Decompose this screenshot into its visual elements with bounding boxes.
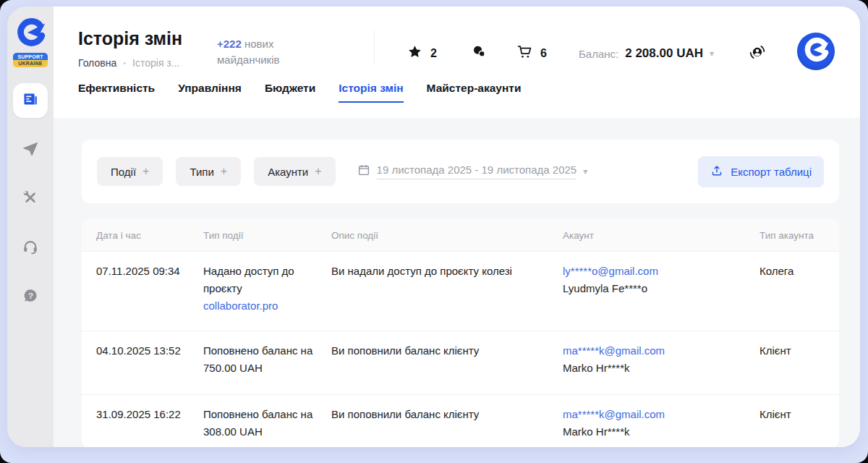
balance-dropdown[interactable]: Баланс: 2 208.00 UAH ▾	[579, 46, 714, 61]
topbar-divider	[374, 30, 375, 64]
col-header-account: Акаунт	[563, 218, 760, 251]
cell-datetime: 04.10.2025 13:52	[96, 331, 203, 394]
filter-chip-events[interactable]: Події +	[97, 157, 163, 186]
account-email-link[interactable]: ly*****o@gmail.com	[563, 265, 658, 277]
filter-chip-accounts[interactable]: Акаунти +	[254, 157, 335, 186]
upload-icon	[710, 164, 723, 179]
topbar: Історія змін Головна • Історія з... +222…	[54, 7, 860, 82]
c-arrow-logo-icon	[15, 17, 46, 51]
favorites-count: 2	[430, 47, 437, 60]
history-table: Дата і час Тип події Опис події Акаунт Т…	[82, 218, 839, 447]
breadcrumb-home[interactable]: Головна	[78, 57, 116, 69]
cart-count: 6	[540, 47, 547, 60]
sidebar-item-news[interactable]	[13, 83, 48, 118]
sidebar-item-tools[interactable]	[13, 182, 48, 216]
date-range-picker[interactable]: 19 листопада 2025 - 19 листопада 2025 ▾	[357, 163, 588, 179]
filter-chip-label: Типи	[190, 166, 213, 178]
table-row: 04.10.2025 13:52 Поповнено баланс на 750…	[82, 331, 839, 395]
promo-count: +222	[217, 38, 242, 50]
cell-event-type: Поповнено баланс на 750.00 UAH	[203, 331, 331, 394]
star-icon	[407, 44, 422, 62]
headset-icon	[22, 238, 39, 258]
plus-icon: +	[315, 165, 321, 178]
cell-event-type: Поповнено баланс на 308.00 UAH	[203, 395, 331, 447]
col-header-description: Опис події	[331, 218, 563, 251]
account-name: Lyudmyla Fe****o	[563, 282, 647, 294]
chevron-down-icon: ▾	[583, 166, 587, 177]
cell-datetime: 07.11.2025 09:34	[96, 252, 203, 331]
cell-event-type: Надано доступ до проєкту collaborator.pr…	[203, 252, 331, 331]
brand-logo[interactable]: SUPPORT UKRAINE	[13, 17, 48, 67]
account-switch-icon	[748, 51, 767, 64]
tab-efficiency[interactable]: Ефективність	[78, 82, 155, 101]
cell-account: ma*****k@gmail.com Marko Hr****k	[563, 395, 760, 447]
cell-account-type: Колега	[760, 252, 825, 331]
sidebar-item-support[interactable]	[13, 231, 48, 266]
account-email-link[interactable]: ma*****k@gmail.com	[563, 408, 665, 420]
messages-button[interactable]	[472, 44, 487, 62]
new-platforms-promo[interactable]: +222 нових майданчиків	[217, 36, 279, 68]
promo-text-1: нових	[242, 38, 274, 50]
balance-label: Баланс:	[579, 48, 618, 60]
support-ukraine-badge: SUPPORT UKRAINE	[13, 53, 48, 67]
c-arrow-logo-icon	[803, 37, 829, 66]
page-title: Історія змін	[78, 28, 182, 49]
cell-description: Ви надали доступ до проєкту колезі	[331, 252, 563, 331]
tab-budgets[interactable]: Бюджети	[265, 82, 315, 101]
question-bubble-icon: ?	[22, 287, 39, 307]
tab-management[interactable]: Управління	[178, 82, 242, 101]
balance-value: 2 208.00 UAH	[625, 46, 703, 61]
cart-button[interactable]: 6	[517, 44, 547, 62]
sidebar-item-telegram[interactable]	[13, 132, 48, 167]
favorites-button[interactable]: 2	[407, 44, 437, 62]
cell-account-type: Клієнт	[760, 395, 825, 447]
plus-icon: +	[142, 165, 149, 178]
event-type-text: Поповнено баланс на 750.00 UAH	[203, 344, 312, 374]
event-project-link[interactable]: collaborator.pro	[203, 300, 278, 312]
tab-change-history[interactable]: Історія змін	[339, 82, 403, 103]
app-window: SUPPORT UKRAINE	[7, 7, 860, 447]
plus-icon: +	[221, 165, 227, 178]
event-type-text: Поповнено баланс на 308.00 UAH	[203, 408, 312, 438]
promo-text-2: майданчиків	[217, 52, 279, 68]
event-type-text: Надано доступ до проєкту	[203, 265, 294, 294]
sidebar-item-help[interactable]: ?	[13, 280, 48, 315]
chat-bubbles-icon	[472, 44, 487, 62]
sidebar-menu: ?	[13, 83, 48, 329]
account-email-link[interactable]: ma*****k@gmail.com	[563, 344, 665, 357]
export-button-label: Експорт таблиці	[731, 166, 812, 178]
cell-description: Ви поповнили баланс клієнту	[331, 331, 563, 394]
cell-description: Ви поповнили баланс клієнту	[331, 395, 563, 447]
sidebar: SUPPORT UKRAINE	[7, 7, 54, 447]
tools-icon	[22, 189, 39, 209]
cell-datetime: 31.09.2025 16:22	[96, 395, 203, 447]
export-table-button[interactable]: Експорт таблиці	[698, 156, 824, 187]
account-switch-button[interactable]	[748, 43, 767, 61]
badge-ukraine-label: UKRAINE	[13, 60, 48, 67]
filter-chip-types[interactable]: Типи +	[176, 157, 241, 186]
news-icon	[22, 90, 39, 111]
filter-chip-label: Акаунти	[268, 166, 308, 178]
avatar[interactable]	[797, 33, 835, 70]
main-panel: Історія змін Головна • Історія з... +222…	[54, 7, 860, 447]
col-header-event-type: Тип події	[203, 218, 331, 251]
chevron-down-icon: ▾	[710, 48, 714, 59]
content-area: Події + Типи + Акаунти +	[54, 118, 860, 447]
paper-plane-icon	[22, 140, 39, 160]
col-header-account-type: Тип акаунта	[760, 218, 825, 251]
table-row: 31.09.2025 16:22 Поповнено баланс на 308…	[82, 395, 839, 447]
table-header-row: Дата і час Тип події Опис події Акаунт Т…	[82, 218, 839, 252]
date-range-value: 19 листопада 2025 - 19 листопада 2025	[377, 163, 577, 179]
breadcrumb-separator: •	[123, 59, 126, 67]
col-header-datetime: Дата і час	[96, 218, 203, 251]
table-row: 07.11.2025 09:34 Надано доступ до проєкт…	[82, 252, 839, 331]
desktop-background: SUPPORT UKRAINE	[0, 0, 868, 463]
cell-account: ly*****o@gmail.com Lyudmyla Fe****o	[563, 252, 760, 331]
badge-support-label: SUPPORT	[13, 53, 48, 60]
account-name: Marko Hr****k	[563, 362, 630, 374]
tab-master-accounts[interactable]: Майстер-акаунти	[427, 82, 522, 101]
cell-account: ma*****k@gmail.com Marko Hr****k	[563, 331, 760, 394]
filter-panel: Події + Типи + Акаунти +	[82, 140, 839, 203]
account-name: Marko Hr****k	[563, 425, 630, 438]
filter-chip-label: Події	[111, 166, 136, 178]
